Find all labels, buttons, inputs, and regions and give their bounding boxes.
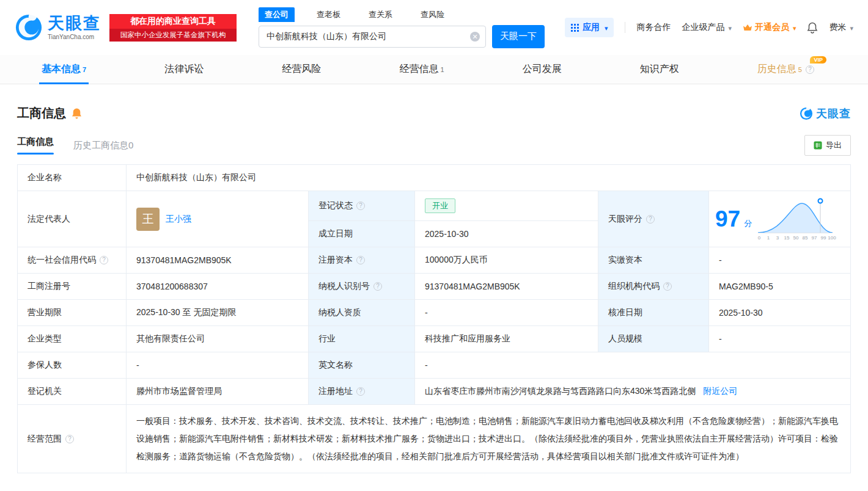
tab-legal-litigation[interactable]: 法律诉讼 (162, 55, 206, 84)
subtab-row: 工商信息 历史工商信息0 导出 (17, 135, 851, 156)
row-company-type: 企业类型 其他有限责任公司 行业 科技推广和应用服务业 人员规模 - (18, 326, 851, 352)
org-code-label: 组织机构代码 (598, 274, 709, 300)
help-icon[interactable] (356, 256, 365, 264)
est-date-label: 成立日期 (309, 221, 415, 247)
tab-operation-risk[interactable]: 经营风险 (279, 55, 323, 84)
score-value: 97 (715, 208, 740, 230)
search-tab-risk[interactable]: 查风险 (414, 7, 451, 22)
enterprise-products-menu[interactable]: 企业级产品 (682, 22, 732, 33)
search-input[interactable] (259, 26, 486, 48)
tab-basic-info-label: 基本信息 (42, 63, 81, 76)
uscc-label: 统一社会信用代码 (18, 247, 127, 274)
tianyancha-logo[interactable]: 天眼查 TianYanCha.com (15, 13, 101, 42)
tab-count: 1 (440, 66, 444, 73)
reg-no-value: 370481200688307 (127, 274, 309, 300)
help-icon[interactable] (356, 387, 365, 396)
promo-line-1: 都在用的商业查询工具 (109, 14, 237, 29)
alert-bell-icon[interactable] (71, 107, 83, 120)
english-name-label: 英文名称 (309, 352, 415, 379)
taxpayer-id-label-text: 纳税人识别号 (318, 281, 370, 291)
company-name-value: 中创新航科技（山东）有限公司 (127, 165, 851, 191)
search-button[interactable]: 天眼一下 (492, 25, 545, 48)
apps-label: 应用 (583, 22, 600, 33)
tianyancha-swirl-icon (15, 13, 43, 42)
row-reg-no: 工商注册号 370481200688307 纳税人识别号 91370481MAG… (18, 274, 851, 300)
row-uscc: 统一社会信用代码 91370481MAG2MB905K 注册资本 100000万… (18, 247, 851, 274)
score-label-text: 天眼评分 (608, 214, 642, 224)
export-label: 导出 (826, 140, 842, 151)
business-scope-value: 一般项目：技术服务、技术开发、技术咨询、技术交流、技术转让、技术推广；电池制造；… (127, 405, 851, 473)
username: 费米 (829, 22, 846, 33)
section-header: 工商信息 天眼查 (17, 105, 851, 122)
tab-count: 5 (798, 66, 802, 73)
legal-rep-link[interactable]: 王小强 (166, 214, 191, 225)
score-label: 天眼评分 (598, 191, 709, 247)
business-coop-link[interactable]: 商务合作 (636, 22, 671, 33)
tab-company-development[interactable]: 公司发展 (520, 55, 564, 84)
reg-status-label: 登记状态 (309, 191, 415, 221)
tab-history-info[interactable]: VIP 历史信息5 (755, 55, 817, 84)
tab-basic-info[interactable]: 基本信息7 (39, 55, 89, 84)
enterprise-products-label: 企业级产品 (682, 22, 724, 33)
legal-rep-label: 法定代表人 (18, 191, 127, 247)
grid-icon (571, 24, 579, 32)
apps-menu[interactable]: 应用 (565, 18, 614, 37)
row-insured: 参保人数 - 英文名称 - (18, 352, 851, 379)
nearby-companies-link[interactable]: 附近公司 (703, 386, 737, 396)
top-bar: 天眼查 TianYanCha.com 都在用的商业查询工具 国家中小企业发展子基… (0, 0, 868, 55)
address-label-text: 注册地址 (318, 386, 353, 396)
vip-badge: VIP (810, 56, 826, 64)
reg-capital-label-text: 注册资本 (318, 255, 353, 264)
staff-size-value: - (709, 326, 851, 352)
uscc-value: 91370481MAG2MB905K (127, 247, 309, 274)
approval-date-label: 核准日期 (598, 300, 709, 326)
help-icon[interactable] (65, 435, 74, 443)
promo-banner: 都在用的商业查询工具 国家中小企业发展子基金旗下机构 (109, 14, 237, 42)
score-distribution-chart: 0 1 3 15 50 85 97 99 100 (756, 196, 836, 242)
clear-search-icon[interactable] (470, 32, 480, 42)
tab-operation-info[interactable]: 经营信息1 (397, 55, 446, 84)
help-icon[interactable] (646, 215, 655, 224)
search-tab-relation[interactable]: 查关系 (362, 7, 399, 22)
tab-count: 7 (83, 66, 86, 73)
help-icon[interactable] (663, 282, 672, 291)
score-unit: 分 (744, 218, 752, 229)
svg-text:0: 0 (758, 235, 761, 241)
avatar[interactable]: 王 (136, 208, 160, 231)
address-value: 山东省枣庄市滕州市南沙河镇龙泉路与笃西路路口向东430米笃西路北侧 (425, 386, 696, 396)
promo-line-2: 国家中小企业发展子基金旗下机构 (109, 29, 237, 42)
business-term-value: 2025-10-30 至 无固定期限 (127, 300, 309, 326)
help-icon[interactable] (806, 65, 814, 74)
section-title: 工商信息 (17, 105, 66, 122)
open-vip-label: 开通会员 (755, 22, 789, 33)
tab-operation-risk-label: 经营风险 (282, 63, 321, 76)
subtab-business-info[interactable]: 工商信息 (17, 136, 54, 155)
export-button[interactable]: 导出 (804, 135, 851, 156)
legal-rep-cell: 王 王小强 (127, 191, 309, 247)
subtab-history-business-info[interactable]: 历史工商信息0 (73, 140, 133, 151)
insured-label: 参保人数 (18, 352, 127, 379)
tab-intellectual-property[interactable]: 知识产权 (638, 55, 682, 84)
search-tab-company[interactable]: 查公司 (259, 7, 295, 22)
chevron-down-icon (603, 23, 608, 32)
notifications-bell[interactable] (807, 22, 818, 34)
search-tab-boss[interactable]: 查老板 (311, 7, 347, 22)
staff-size-label: 人员规模 (598, 326, 709, 352)
tab-operation-info-label: 经营信息 (399, 63, 438, 76)
logo-title: 天眼查 (48, 15, 101, 32)
industry-label: 行业 (309, 326, 415, 352)
company-type-value: 其他有限责任公司 (127, 326, 309, 352)
help-icon[interactable] (100, 256, 108, 264)
logo-domain: TianYanCha.com (48, 34, 101, 40)
svg-text:3: 3 (776, 235, 779, 241)
crown-icon (743, 24, 752, 32)
help-icon[interactable] (356, 202, 365, 210)
open-vip-menu[interactable]: 开通会员 (743, 22, 796, 33)
subtab-business-info-label: 工商信息 (17, 136, 54, 147)
org-code-label-text: 组织机构代码 (608, 281, 660, 291)
help-icon[interactable] (373, 282, 382, 291)
tab-history-info-label: 历史信息 (757, 63, 796, 76)
tab-legal-litigation-label: 法律诉讼 (164, 63, 204, 76)
industry-value: 科技推广和应用服务业 (415, 326, 598, 352)
user-menu[interactable]: 费米 (829, 22, 853, 33)
